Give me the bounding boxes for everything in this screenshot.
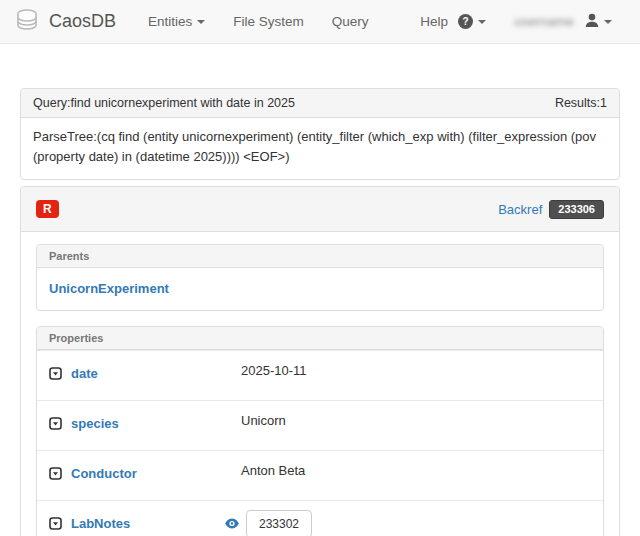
brand-title: CaosDB xyxy=(49,11,116,32)
backref-link[interactable]: Backref xyxy=(498,202,542,217)
query-results-panel: Query:find unicornexperiment with date i… xyxy=(20,88,620,180)
property-name-link[interactable]: LabNotes xyxy=(71,516,130,531)
nav-entities-label: Entities xyxy=(148,14,192,29)
nav-query-label: Query xyxy=(332,14,369,29)
collapse-down-icon[interactable] xyxy=(49,467,62,483)
chevron-down-icon xyxy=(478,20,486,24)
database-icon xyxy=(14,8,40,35)
nav-entities[interactable]: Entities xyxy=(134,2,219,41)
collapse-down-icon[interactable] xyxy=(49,417,62,433)
help-menu[interactable]: Help ? xyxy=(406,2,500,41)
nav-query[interactable]: Query xyxy=(318,2,383,41)
question-circle-icon: ? xyxy=(458,14,473,29)
property-row-date: date 2025-10-11 xyxy=(37,350,603,400)
brand[interactable]: CaosDB xyxy=(14,8,116,35)
query-panel-header: Query:find unicornexperiment with date i… xyxy=(21,89,619,118)
property-name-link[interactable]: species xyxy=(71,416,119,431)
user-name-redacted: username xyxy=(514,14,574,29)
query-string: Query:find unicornexperiment with date i… xyxy=(33,96,295,110)
properties-header: Properties xyxy=(37,327,603,350)
entity-panel-header: R Backref 233306 xyxy=(21,187,619,232)
eye-icon[interactable] xyxy=(225,517,239,532)
property-row-species: species Unicorn xyxy=(37,400,603,450)
chevron-down-icon xyxy=(197,20,205,24)
record-type-badge[interactable]: R xyxy=(36,200,59,218)
nav-file-system-label: File System xyxy=(233,14,304,29)
property-name-link[interactable]: date xyxy=(71,366,98,381)
parents-header: Parents xyxy=(37,245,603,268)
parents-panel: Parents UnicornExperiment xyxy=(36,244,604,311)
user-icon xyxy=(585,13,599,31)
parent-link-unicornexperiment[interactable]: UnicornExperiment xyxy=(49,281,169,296)
entity-id-badge[interactable]: 233306 xyxy=(549,200,604,219)
property-value: 2025-10-11 xyxy=(241,360,307,378)
help-label: Help xyxy=(420,14,448,29)
top-navbar: CaosDB Entities File System Query Help ?… xyxy=(0,0,640,44)
collapse-down-icon[interactable] xyxy=(49,367,62,383)
property-row-labnotes: LabNotes 233302 xyxy=(37,500,603,536)
properties-panel: Properties date 2025-10-11 xyxy=(36,326,604,536)
parse-tree: ParseTree:(cq find (entity unicornexperi… xyxy=(21,118,619,179)
chevron-down-icon xyxy=(604,20,612,24)
property-value: Unicorn xyxy=(241,410,286,428)
results-count: Results:1 xyxy=(555,96,607,110)
nav-file-system[interactable]: File System xyxy=(219,2,318,41)
reference-preview-box[interactable]: 233302 xyxy=(246,510,312,536)
property-row-conductor: Conductor Anton Beta xyxy=(37,450,603,500)
user-menu[interactable]: username xyxy=(500,1,626,43)
collapse-down-icon[interactable] xyxy=(49,517,62,533)
entity-panel: R Backref 233306 Parents UnicornExperime… xyxy=(20,186,620,536)
property-value: Anton Beta xyxy=(241,460,305,478)
property-name-link[interactable]: Conductor xyxy=(71,466,137,481)
